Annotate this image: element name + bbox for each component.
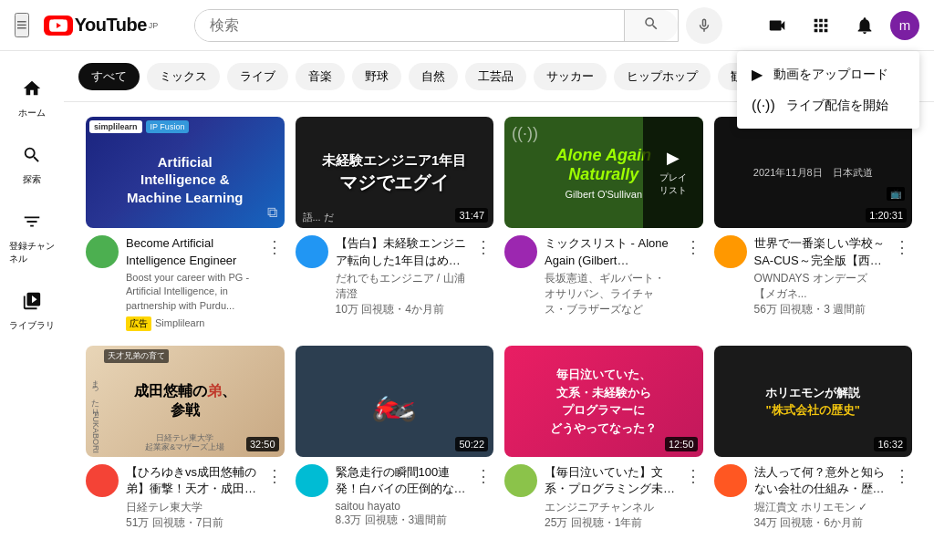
header-left: ≡ YouTubeJP: [15, 13, 158, 37]
video-meta-v5: 【ひろゆきvs成田悠輔の弟】衝撃！天才・成田兄...日経テレ東大学51万 回視聴…: [126, 464, 257, 530]
more-options-v4[interactable]: ⋮: [892, 235, 912, 316]
filter-chip-2[interactable]: ライブ: [227, 63, 288, 90]
channel-avatar-v1: [86, 235, 119, 268]
sidebar-library-label: ライブラリ: [9, 319, 55, 332]
header: ≡ YouTubeJP: [0, 0, 934, 51]
sidebar-item-subscriptions[interactable]: 登録チャンネル: [2, 199, 62, 275]
filter-chip-4[interactable]: 野球: [352, 63, 401, 90]
sidebar-item-explore[interactable]: 探索: [2, 132, 62, 195]
video-info-v1: Become Artificial Intelligence EngineerB…: [86, 235, 285, 331]
more-options-v6[interactable]: ⋮: [473, 464, 493, 527]
channel-avatar-v3: [504, 235, 537, 268]
logo-text: YouTube: [75, 15, 147, 36]
video-title-v8: 法人って何？意外と知らない会社の仕組み・歴史を...: [754, 464, 886, 497]
video-card-v4[interactable]: 2021年11月8日 日本武道 📺1:20:31世界で一番楽しい学校～SA-CU…: [714, 117, 913, 331]
video-title-v3: ミックスリスト - Alone Again (Gilbert O'Sulliva…: [545, 235, 676, 268]
channel-name-v8: 堀江貴文 ホリエモン ✓: [754, 500, 886, 515]
explore-icon: [22, 145, 42, 170]
hamburger-button[interactable]: ≡: [15, 13, 29, 37]
channel-avatar-v5: [86, 464, 119, 497]
filter-chip-0[interactable]: すべて: [78, 63, 140, 90]
logo[interactable]: YouTubeJP: [44, 15, 159, 36]
video-card-v1[interactable]: simplilearn IP Fusion ArtificialIntellig…: [86, 117, 285, 331]
home-icon: [22, 78, 42, 103]
sidebar-home-label: ホーム: [18, 107, 46, 119]
header-right: m: [759, 7, 919, 44]
video-info-v4: 世界で一番楽しい学校～SA-CUS～完全版【西野亮廣／...OWNDAYS オン…: [714, 235, 913, 316]
upload-icon: ▶: [752, 66, 763, 83]
filter-chip-7[interactable]: サッカー: [534, 63, 607, 90]
dropdown-upload[interactable]: ▶ 動画をアップロード: [737, 58, 919, 90]
sidebar-item-library[interactable]: ライブラリ: [2, 278, 62, 341]
thumbnail-v3: Alone AgainNaturally Gilbert O'Sullivan …: [504, 117, 703, 228]
filter-chip-8[interactable]: ヒップホップ: [614, 63, 711, 90]
filter-chip-6[interactable]: 工芸品: [465, 63, 526, 90]
filter-chip-1[interactable]: ミックス: [147, 63, 220, 90]
ad-badge-row: 広告Simplilearn: [126, 313, 257, 331]
video-title-v6: 緊急走行の瞬間100連発！白バイの圧倒的な躍動感...: [336, 464, 467, 497]
logo-sup: JP: [149, 21, 159, 30]
search-input[interactable]: [195, 10, 624, 41]
mic-button[interactable]: [686, 7, 722, 44]
youtube-logo-icon: [44, 16, 73, 36]
avatar[interactable]: m: [890, 11, 919, 40]
dropdown-live[interactable]: ((·)) ライブ配信を開始: [737, 90, 919, 121]
video-stats-v2: 10万 回視聴・4か月前: [336, 302, 467, 317]
apps-button[interactable]: [803, 7, 839, 44]
main-content: simplilearn IP Fusion ArtificialIntellig…: [64, 102, 934, 545]
more-options-v5[interactable]: ⋮: [265, 464, 285, 530]
video-stats-v6: 8.3万 回視聴・3週間前: [336, 513, 467, 528]
video-card-v3[interactable]: Alone AgainNaturally Gilbert O'Sullivan …: [504, 117, 703, 331]
notifications-button[interactable]: [846, 7, 883, 44]
thumbnail-v7: 毎日泣いていた、文系・未経験からプログラマーにどうやってなった？12:50: [504, 346, 703, 457]
video-stats-v7: 25万 回視聴・1年前: [545, 515, 676, 531]
search-button[interactable]: [624, 10, 678, 41]
video-card-v2[interactable]: 未経験エンジニア1年目マジでエグイ 語... だ31:47【告白】未経験エンジニ…: [296, 117, 494, 331]
video-card-v6[interactable]: 🏍️50:22緊急走行の瞬間100連発！白バイの圧倒的な躍動感...saitou…: [296, 346, 494, 531]
filter-chip-3[interactable]: 音楽: [296, 63, 345, 90]
upload-button[interactable]: [759, 7, 795, 44]
video-stats-v8: 34万 回視聴・6か月前: [754, 515, 886, 531]
video-meta-v7: 【毎日泣いていた】文系・プログラミング未経験か...エンジニアチャンネル25万 …: [545, 464, 676, 530]
video-info-v2: 【告白】未経験エンジニア転向した1年目はめちゃ病...だれでもエンジニア / 山…: [296, 235, 494, 316]
video-info-v7: 【毎日泣いていた】文系・プログラミング未経験か...エンジニアチャンネル25万 …: [504, 464, 703, 530]
video-card-v8[interactable]: ホリエモンが解説"株式会社の歴史"16:32法人って何？意外と知らない会社の仕組…: [714, 346, 913, 531]
more-options-v1[interactable]: ⋮: [265, 235, 285, 331]
video-title-v4: 世界で一番楽しい学校～SA-CUS～完全版【西野亮廣／...: [754, 235, 886, 268]
video-meta-v3: ミックスリスト - Alone Again (Gilbert O'Sulliva…: [545, 235, 676, 316]
video-info-v3: ミックスリスト - Alone Again (Gilbert O'Sulliva…: [504, 235, 703, 316]
video-card-v7[interactable]: 毎日泣いていた、文系・未経験からプログラマーにどうやってなった？12:50【毎日…: [504, 346, 703, 531]
thumbnail-v1: simplilearn IP Fusion ArtificialIntellig…: [86, 117, 285, 228]
thumbnail-v4: 2021年11月8日 日本武道 📺1:20:31: [714, 117, 913, 228]
more-options-v7[interactable]: ⋮: [683, 464, 703, 530]
sidebar-item-home[interactable]: ホーム: [2, 66, 62, 129]
video-meta-v8: 法人って何？意外と知らない会社の仕組み・歴史を...堀江貴文 ホリエモン ✓34…: [754, 464, 886, 530]
video-card-v5[interactable]: 成田悠輔の弟、参戦 まったりFUKABORI 起業家&マザーズ上場 日経テレ東大…: [86, 346, 285, 531]
video-title-v1: Become Artificial Intelligence Engineer: [126, 235, 257, 268]
channel-name-v5: 日経テレ東大学: [126, 500, 257, 515]
search-input-wrap: [194, 9, 679, 42]
video-meta-v4: 世界で一番楽しい学校～SA-CUS～完全版【西野亮廣／...OWNDAYS オン…: [754, 235, 886, 316]
filter-chip-5[interactable]: 自然: [409, 63, 458, 90]
more-options-v3[interactable]: ⋮: [683, 235, 703, 316]
more-options-v2[interactable]: ⋮: [473, 235, 493, 316]
channel-name-v2: だれでもエンジニア / 山浦清澄: [336, 271, 467, 302]
subscriptions-icon: [22, 212, 42, 236]
video-title-v5: 【ひろゆきvs成田悠輔の弟】衝撃！天才・成田兄...: [126, 464, 257, 497]
channel-name-v4: OWNDAYS オンデーズ【メガネ...: [754, 271, 886, 302]
ad-badge: 広告: [126, 316, 151, 331]
channel-avatar-v4: [714, 235, 747, 268]
ad-description: Boost your career with PG - Artificial I…: [126, 271, 257, 313]
channel-name-v6: saitou hayato: [336, 500, 467, 513]
channel-avatar-v7: [504, 464, 537, 497]
thumbnail-v5: 成田悠輔の弟、参戦 まったりFUKABORI 起業家&マザーズ上場 日経テレ東大…: [86, 346, 285, 457]
sidebar-explore-label: 探索: [23, 173, 41, 186]
channel-name-v7: エンジニアチャンネル: [545, 500, 676, 515]
more-options-v8[interactable]: ⋮: [892, 464, 912, 530]
thumbnail-v6: 🏍️50:22: [296, 346, 494, 457]
channel-name-v3: 長坂憲道、ギルバート・オサリバン、ライチャス・ブラザーズなど: [545, 271, 676, 317]
video-stats-v5: 51万 回視聴・7日前: [126, 515, 257, 531]
channel-avatar-v6: [296, 464, 328, 497]
library-icon: [22, 291, 42, 316]
channel-avatar-v2: [296, 235, 328, 268]
